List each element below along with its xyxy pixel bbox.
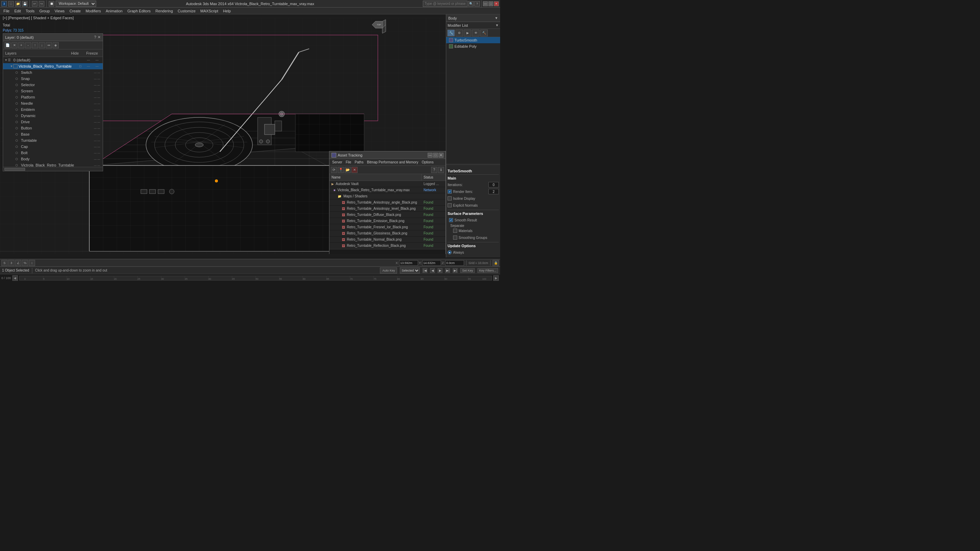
asset-delete-button[interactable]: ✕	[352, 167, 358, 173]
workspace-dropdown[interactable]: Workspace: Default	[56, 1, 96, 7]
asset-menu-paths[interactable]: Paths	[353, 160, 365, 164]
rp-tab-hierarchy[interactable]: ⚙	[455, 30, 463, 37]
snap-3d-button[interactable]: 3	[8, 260, 14, 266]
layer-row-drive[interactable]: ⬡ Drive — —	[3, 119, 103, 125]
menu-file[interactable]: File	[2, 8, 12, 14]
iterations-input[interactable]	[488, 182, 499, 187]
always-radio[interactable]: ●	[447, 250, 452, 254]
asset-row-max[interactable]: ■ Victrola_Black_Retro_Turntable_max_vra…	[329, 187, 445, 193]
transport-prev-button[interactable]: ◀	[430, 268, 435, 273]
layer-row-dynamic[interactable]: ⬡ Dynamic — —	[3, 113, 103, 119]
transport-start-button[interactable]: |◀	[423, 268, 427, 273]
materials-checkbox[interactable]	[453, 229, 457, 233]
asset-row-maps[interactable]: 📁 Maps / Shaders	[329, 193, 445, 200]
layer-row-switch[interactable]: ⬡ Switch — —	[3, 69, 103, 76]
save-button[interactable]: 💾	[22, 1, 27, 6]
layer-row-victrola2[interactable]: ⬡ Victrola_Black_Retro_Turntable — —	[3, 162, 103, 167]
asset-row-tex-8[interactable]: 🖼 Retro_Turntable_Reflection_Black.png F…	[329, 243, 445, 249]
layer-up-button[interactable]: ↑	[32, 42, 38, 48]
set-key-button[interactable]: Set Key	[460, 268, 475, 273]
asset-minimize-button[interactable]: —	[428, 153, 433, 157]
rp-tab-modify[interactable]: 🔧	[447, 30, 455, 37]
rp-tab-utilities[interactable]: 🔨	[480, 30, 488, 37]
asset-menu-options[interactable]: Options	[420, 160, 435, 164]
layer-delete-button[interactable]: ✕	[11, 42, 18, 48]
layer-row-base[interactable]: ⬡ Base — —	[3, 131, 103, 137]
layer-add-button[interactable]: +	[18, 42, 24, 48]
layer-row-snap[interactable]: ⬡ Snap — —	[3, 76, 103, 82]
timeline-track[interactable]: 0 5 10 15 20 25 30 35 40 45 50 55 60 65 …	[19, 276, 492, 281]
menu-graph-editors[interactable]: Graph Editors	[126, 8, 153, 14]
layer-remove-button[interactable]: -	[25, 42, 31, 48]
spinner-snap-button[interactable]: ↕	[29, 260, 35, 266]
maximize-button[interactable]: □	[488, 2, 493, 6]
asset-maximize-button[interactable]: □	[433, 153, 438, 157]
layer-row-screen[interactable]: ⬡ Screen — —	[3, 88, 103, 94]
minimize-button[interactable]: —	[483, 2, 488, 6]
asset-close-button[interactable]: ✕	[439, 153, 444, 157]
rp-tab-motion[interactable]: ▶	[464, 30, 471, 37]
snap-2d-button[interactable]: S	[2, 260, 8, 266]
layers-close-button[interactable]: ✕	[97, 35, 101, 40]
layer-new-button[interactable]: 📄	[5, 42, 11, 48]
render-setup-icon[interactable]: 🔲	[49, 1, 54, 6]
search-input[interactable]	[423, 1, 468, 7]
layer-row-bolt[interactable]: ⬡ Bolt — —	[3, 150, 103, 156]
asset-row-tex-4[interactable]: 🖼 Retro_Turntable_Emission_Black.png Fou…	[329, 218, 445, 224]
explicit-normals-checkbox[interactable]	[447, 203, 452, 207]
smoothing-groups-checkbox[interactable]	[453, 235, 457, 240]
asset-menu-bitmap-perf[interactable]: Bitmap Performance and Memory	[366, 160, 420, 164]
render-iters-checkbox[interactable]: ✓	[447, 189, 452, 194]
transport-end-button[interactable]: ▶|	[453, 268, 458, 273]
close-button[interactable]: ✕	[494, 2, 499, 6]
asset-locate-button[interactable]: 📍	[338, 167, 344, 173]
transport-play-button[interactable]: ▶	[438, 268, 442, 273]
lock-button[interactable]: 🔒	[493, 260, 499, 266]
menu-edit[interactable]: Edit	[13, 8, 23, 14]
isoline-checkbox[interactable]	[447, 196, 452, 200]
menu-tools[interactable]: Tools	[24, 8, 37, 14]
viewport-label[interactable]: [+] [Perspective] [ Shaded + Edged Faces…	[3, 16, 74, 20]
layer-select-button[interactable]: ◈	[52, 42, 59, 48]
asset-row-tex-5[interactable]: 🖼 Retro_Turntable_Fresnel_Ior_Black.png …	[329, 224, 445, 230]
menu-create[interactable]: Create	[67, 8, 83, 14]
layer-row-cap[interactable]: ⬡ Cap — —	[3, 143, 103, 150]
transport-next-button[interactable]: ▶|	[445, 268, 450, 273]
layer-row-body[interactable]: ⬡ Body — —	[3, 156, 103, 162]
menu-animation[interactable]: Animation	[104, 8, 125, 14]
coord-z-input[interactable]	[445, 260, 464, 266]
layer-row-selector[interactable]: ⬡ Selector — —	[3, 82, 103, 88]
modifier-list-dropdown[interactable]: ▼	[495, 23, 499, 27]
undo-button[interactable]: ↩	[32, 1, 37, 6]
timeline-scroll-right[interactable]: ▶	[493, 275, 499, 281]
asset-menu-server[interactable]: Server	[331, 160, 344, 164]
help-icon[interactable]: ?	[474, 1, 480, 6]
search-icon[interactable]: 🔍	[468, 1, 474, 6]
new-button[interactable]: □	[8, 1, 14, 6]
coord-y-input[interactable]	[422, 260, 441, 266]
asset-row-tex-1[interactable]: 🖼 Retro_Turntable_Anisotropy_angle_Black…	[329, 200, 445, 206]
modifier-turbosmooth[interactable]: TurboSmooth	[446, 37, 500, 43]
layers-scrollbar[interactable]	[3, 167, 103, 171]
selected-dropdown[interactable]: Selected	[400, 267, 420, 274]
angle-snap-button[interactable]: ∠	[15, 260, 21, 266]
menu-help[interactable]: Help	[221, 8, 233, 14]
menu-modifiers[interactable]: Modifiers	[83, 8, 103, 14]
menu-customize[interactable]: Customize	[175, 8, 197, 14]
layer-row-emblem[interactable]: ⬡ Emblem — —	[3, 106, 103, 113]
asset-row-tex-7[interactable]: 🖼 Retro_Turntable_Normal_Black.png Found	[329, 237, 445, 243]
asset-row-tex-2[interactable]: 🖼 Retro_Turntable_Anisotropy_level_Black…	[329, 206, 445, 212]
modifier-list-row[interactable]: Modifier List ▼	[446, 22, 500, 29]
coord-x-input[interactable]	[399, 260, 418, 266]
asset-row-tex-3[interactable]: 🖼 Retro_Turntable_Diffuse_Black.png Foun…	[329, 212, 445, 218]
open-button[interactable]: 📁	[15, 1, 21, 6]
timeline-scroll-left[interactable]: ◀	[13, 275, 18, 281]
rp-tab-display[interactable]: 👁	[472, 30, 479, 37]
layer-down-button[interactable]: ↓	[39, 42, 45, 48]
menu-group[interactable]: Group	[37, 8, 52, 14]
percent-snap-button[interactable]: %	[22, 260, 28, 266]
layer-row-button[interactable]: ⬡ Button — —	[3, 125, 103, 131]
asset-refresh-button[interactable]: ⟳	[331, 167, 337, 173]
menu-views[interactable]: Views	[52, 8, 67, 14]
asset-menu-file[interactable]: File	[344, 160, 352, 164]
